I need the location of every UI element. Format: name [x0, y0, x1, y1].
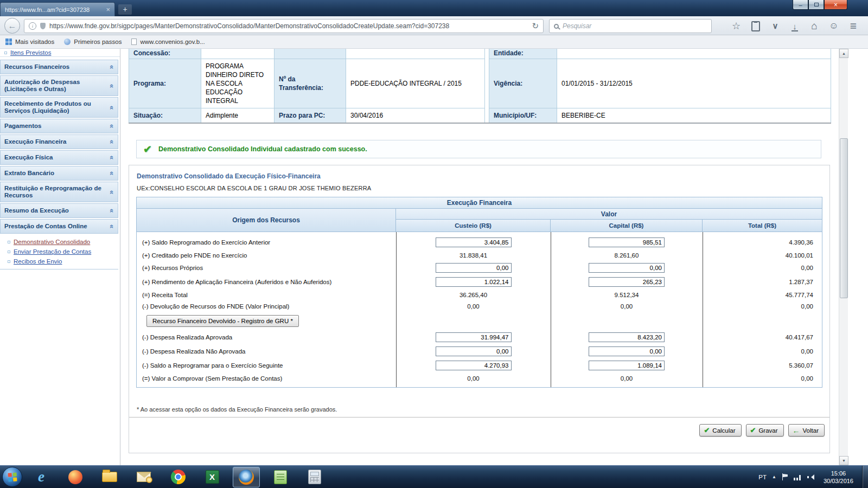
start-button[interactable] [2, 467, 22, 487]
page-title: Demonstrativo Consolidado da Execução Fí… [137, 172, 321, 180]
download-icon[interactable] [787, 18, 803, 34]
sidebar-item-execucao-financeira[interactable]: Execução Financeira« [0, 134, 118, 149]
custeio-input[interactable] [436, 277, 512, 287]
custeio-input[interactable] [436, 346, 512, 356]
custeio-input[interactable] [436, 237, 512, 247]
prazo-value: 30/04/2016 [346, 108, 485, 124]
capital-input[interactable] [589, 263, 665, 273]
sidebar-item-extrato-bancario[interactable]: Extrato Bancário« [0, 166, 118, 181]
sidebar-item-label: Resumo da Execução [4, 207, 69, 214]
bookmark-primeiros-passos[interactable]: Primeiros passos [64, 38, 122, 45]
custeio-cell [396, 277, 551, 287]
home-icon[interactable] [806, 18, 822, 34]
search-bar[interactable] [549, 19, 712, 33]
taskbar-item-calculator[interactable] [301, 467, 328, 487]
total-value: 40.417,67 [703, 334, 822, 341]
notes-icon [274, 470, 287, 484]
bookmark-www-convenios-gov-b[interactable]: www.convenios.gov.b... [131, 38, 205, 45]
total-value: 0,00 [703, 375, 822, 382]
bookmark-mais-visitados[interactable]: Mais visitados [5, 38, 54, 45]
calculator-icon [308, 470, 321, 484]
volume-icon[interactable] [807, 474, 815, 480]
network-icon[interactable] [794, 474, 802, 480]
collapse-chevrons-icon: « [108, 124, 116, 128]
taskbar-item-windows-explorer[interactable] [96, 467, 123, 487]
language-indicator[interactable]: PT [758, 474, 767, 480]
maximize-button[interactable] [808, 0, 824, 10]
clock[interactable]: 15:06 30/03/2016 [820, 470, 857, 485]
scrollbar-thumb[interactable] [840, 138, 848, 298]
capital-cell [551, 277, 703, 287]
scroll-down-arrow[interactable]: ▼ [839, 456, 848, 465]
screen: https://www.fn...am?cid=307238 × + – × ←… [0, 0, 868, 488]
sidebar-link-demonstrativo-consolidado[interactable]: Demonstrativo Consolidado [14, 239, 90, 245]
reload-icon[interactable]: ↻ [532, 21, 539, 31]
taskbar-item-firefox[interactable] [233, 467, 260, 487]
finance-row: (+) Saldo Reprogramado do Exercício Ante… [137, 235, 822, 249]
capital-input[interactable] [589, 332, 665, 342]
capital-input[interactable] [589, 346, 665, 356]
sidebar-item-resumo-da-execucao[interactable]: Resumo da Execução« [0, 203, 118, 218]
sidebar-item-recursos-financeiros[interactable]: Recursos Financeiros« [0, 60, 118, 74]
capital-input[interactable] [589, 237, 665, 247]
taskbar-item-outlook[interactable] [130, 467, 157, 487]
show-desktop-button[interactable] [862, 466, 868, 488]
gravar-label: Gravar [758, 427, 777, 434]
custeio-input[interactable] [436, 361, 512, 370]
search-input[interactable] [563, 22, 707, 30]
taskbar-item-excel[interactable] [199, 467, 226, 487]
menu-icon[interactable] [845, 18, 861, 34]
action-center-icon[interactable] [782, 473, 788, 480]
close-button[interactable]: × [824, 0, 847, 10]
taskbar-item-ie[interactable] [28, 467, 55, 487]
back-button[interactable]: ← [4, 18, 20, 34]
gru-register-button[interactable]: Recurso Financeiro Devolvido - Registro … [146, 315, 299, 327]
url-bar[interactable]: i https://www.fnde.gov.br/sigpc/pages/Ma… [24, 19, 544, 33]
sidebar-item-execucao-fisica[interactable]: Execução Física« [0, 150, 118, 165]
url-text[interactable]: https://www.fnde.gov.br/sigpc/pages/Mant… [49, 22, 528, 30]
capital-input[interactable] [589, 361, 665, 370]
sidebar-link-recibos-de-envio[interactable]: Recibos de Envio [14, 258, 62, 265]
sidebar-item-restituicao-e-reprogramacao-de-recursos[interactable]: Restituição e Reprogramação de Recursos« [0, 182, 118, 202]
info-icon[interactable]: i [29, 22, 36, 30]
bookmark-label: www.convenios.gov.b... [140, 38, 205, 45]
finance-row: (+) Creditado pelo FNDE no Exercício31.8… [137, 249, 822, 261]
finance-row: (-) Despesa Realizada Aprovada40.417,67 [137, 330, 822, 344]
vertical-scrollbar[interactable]: ▲ ▼ [839, 49, 848, 465]
tab-close-icon[interactable]: × [106, 6, 110, 13]
minimize-button[interactable]: – [793, 0, 808, 10]
taskbar-item-media-player[interactable] [62, 467, 89, 487]
voltar-button[interactable]: ← Voltar [788, 424, 825, 436]
taskbar-item-chrome[interactable] [164, 467, 192, 487]
transferencia-label: Nº da Transferência: [275, 59, 346, 108]
column-divider [551, 232, 551, 387]
custeio-input[interactable] [436, 332, 512, 342]
pocket-icon[interactable] [767, 18, 783, 34]
clipboard-icon[interactable] [748, 18, 764, 34]
hello-icon[interactable] [826, 18, 842, 34]
browser-tab[interactable]: https://www.fn...am?cid=307238 × [0, 2, 115, 16]
sidebar-item-label: Restituição e Reprogramação de Recursos [4, 185, 110, 199]
calcular-button[interactable]: ✔ Calcular [699, 424, 741, 436]
sidebar-link-enviar-prestacao-de-contas[interactable]: Enviar Prestação de Contas [14, 248, 91, 255]
tray-expand-icon[interactable]: ▲ [772, 474, 776, 479]
sidebar-item-autorizacao-de-despesas-licitacoes-e-outras[interactable]: Autorização de Despesas (Licitações e Ou… [0, 75, 118, 96]
sidebar-item-label: Recursos Financeiros [4, 63, 69, 70]
sidebar-item-itens-previstos[interactable]: Itens Previstos [0, 49, 120, 57]
taskbar-item-notes[interactable] [267, 467, 294, 487]
capital-input[interactable] [589, 277, 665, 287]
new-tab-button[interactable]: + [118, 4, 132, 15]
finance-row-label: (=) Receita Total [137, 292, 396, 298]
sidebar-item-prestacao-de-contas-online[interactable]: Prestação de Contas Online« [0, 219, 118, 234]
bullet-icon [8, 241, 10, 243]
gravar-button[interactable]: ✔ Gravar [746, 424, 784, 436]
sidebar-item-pagamentos[interactable]: Pagamentos« [0, 119, 118, 133]
star-icon[interactable] [728, 18, 744, 34]
sidebar-item-recebimento-de-produtos-ou-servicos-liquidacao[interactable]: Recebimento de Produtos ou Serviços (Liq… [0, 97, 118, 118]
sidebar-sections: Recursos Financeiros«Autorização de Desp… [0, 60, 120, 234]
custeio-input[interactable] [436, 263, 512, 273]
sidebar-link-row: Recibos de Envio [0, 256, 118, 266]
maximize-icon [814, 3, 819, 7]
scroll-up-arrow[interactable]: ▲ [839, 49, 848, 58]
total-value: 5.360,07 [703, 362, 822, 369]
